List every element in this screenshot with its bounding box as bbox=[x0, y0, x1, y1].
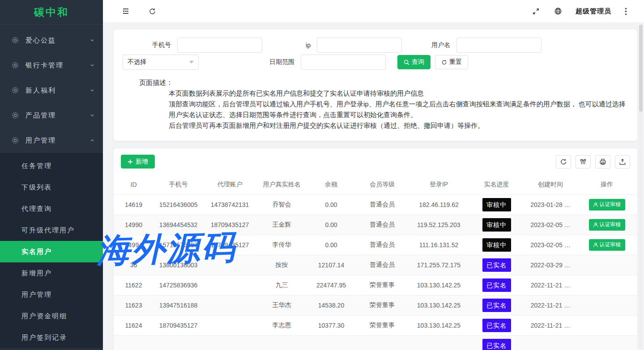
cell-agent bbox=[203, 275, 256, 295]
sidebar-submenu-item-label: 用户资金明细 bbox=[21, 312, 67, 320]
sidebar-submenu-item[interactable]: 任务管理 bbox=[0, 155, 103, 177]
cell-agent: 18709435127 bbox=[203, 235, 256, 255]
sidebar-submenu-item[interactable]: 下级列表 bbox=[0, 177, 103, 198]
topbar: 超级管理员 bbox=[103, 0, 644, 23]
table-row[interactable]: 11624 18709435127 李志恩 10377.30 荣誉董事 103.… bbox=[114, 315, 637, 335]
scrollbar-thumb[interactable] bbox=[639, 25, 643, 112]
print-button[interactable] bbox=[595, 155, 610, 169]
more-menu-button[interactable] bbox=[624, 7, 628, 16]
export-button[interactable] bbox=[615, 155, 630, 169]
date-range-input[interactable] bbox=[301, 55, 386, 70]
sidebar-menu-item[interactable]: 用户管理 bbox=[0, 128, 103, 153]
topbar-left bbox=[121, 6, 157, 16]
status-badge: 审核中 bbox=[482, 238, 511, 252]
username-field-group: 用户名 bbox=[402, 38, 542, 53]
sidebar-menu-item[interactable]: 新人福利 bbox=[0, 78, 103, 103]
cell-realname: 王华杰 bbox=[256, 295, 307, 315]
table-row[interactable]: 14994 15713576887 18709435127 李传华 0.00 普… bbox=[114, 235, 637, 255]
sidebar-submenu-item-active[interactable]: 实名用户 bbox=[0, 241, 103, 262]
sidebar-menu-item[interactable]: 爱心公益 bbox=[0, 28, 103, 53]
table-row[interactable]: 36 13800138003 按按 12107.14 普通会员 171.255.… bbox=[114, 255, 637, 275]
table-row[interactable]: 已实名 bbox=[114, 335, 637, 350]
sidebar-submenu-item[interactable]: 用户资金明细 bbox=[0, 305, 103, 327]
sidebar-submenu-item[interactable]: 用户管理 bbox=[0, 284, 103, 305]
status-badge: 已实名 bbox=[482, 319, 511, 332]
sidebar-menu: 爱心公益 银行卡管理 新人福利 产品管理 用户管理 任务管理下级列表代理查询可升… bbox=[0, 25, 103, 348]
ip-input[interactable] bbox=[317, 38, 402, 53]
cell-realname: 李传华 bbox=[256, 235, 307, 255]
reset-button[interactable]: 重置 bbox=[435, 55, 468, 69]
cell-actions bbox=[576, 255, 637, 275]
language-button[interactable] bbox=[553, 6, 563, 16]
cell-phone bbox=[154, 335, 203, 350]
fullscreen-button[interactable] bbox=[531, 7, 541, 16]
cell-login-ip: 103.130.142.25 bbox=[409, 315, 469, 335]
sidebar-submenu-item-label: 用户签到记录 bbox=[21, 333, 67, 342]
username-input[interactable] bbox=[456, 38, 542, 53]
cell-agent bbox=[203, 295, 256, 315]
sidebar-menu-item[interactable]: 银行卡管理 bbox=[0, 53, 103, 78]
sidebar-submenu-item-label: 代理查询 bbox=[21, 205, 52, 213]
gear-icon bbox=[12, 37, 19, 44]
person-icon bbox=[593, 202, 598, 207]
sidebar-menu-item[interactable]: 产品管理 bbox=[0, 103, 103, 128]
auth-audit-button[interactable]: 认证审核 bbox=[589, 199, 625, 211]
sidebar-collapse-button[interactable] bbox=[121, 6, 131, 16]
cell-id: 11622 bbox=[114, 275, 154, 295]
menu-fold-icon bbox=[122, 7, 130, 15]
cell-realname: 按按 bbox=[256, 255, 307, 275]
cell-id: 14990 bbox=[114, 215, 154, 235]
cell-login-ip: 119.52.125.203 bbox=[409, 215, 469, 235]
refresh-icon bbox=[149, 8, 156, 15]
sidebar-submenu-item-label: 实名用户 bbox=[21, 248, 52, 256]
cell-balance: 0.00 bbox=[307, 235, 355, 255]
table-row[interactable]: 14990 13694454532 18709435127 王金辉 0.00 普… bbox=[114, 215, 637, 235]
cell-level: 普通会员 bbox=[355, 194, 409, 215]
column-header: 操作 bbox=[576, 175, 637, 194]
column-header: 代理账户 bbox=[203, 175, 256, 194]
page-refresh-button[interactable] bbox=[148, 7, 157, 16]
sidebar-submenu-item[interactable]: 代理查询 bbox=[0, 198, 103, 219]
status-select[interactable]: 不选择 bbox=[123, 55, 199, 70]
table-row[interactable]: 11623 13947516188 王华杰 14538.20 荣誉董事 103.… bbox=[114, 295, 637, 315]
search-row-1: 手机号 ip 用户名 bbox=[123, 38, 628, 53]
cell-login-ip: 171.255.72.175 bbox=[409, 255, 469, 275]
table-refresh-button[interactable] bbox=[556, 155, 571, 169]
sidebar-submenu-item-label: 可升级代理用户 bbox=[21, 226, 75, 235]
table-row[interactable]: 11622 14725836936 九三 224747.95 荣誉董事 103.… bbox=[114, 275, 637, 295]
status-badge: 审核中 bbox=[482, 198, 511, 211]
cell-balance: 0.00 bbox=[307, 194, 355, 215]
cell-agent bbox=[203, 335, 256, 350]
column-settings-button[interactable] bbox=[576, 155, 591, 169]
add-user-button[interactable]: 新增 bbox=[121, 155, 155, 169]
sidebar-submenu-item[interactable]: 新增用户 bbox=[0, 262, 103, 284]
cell-level: 荣誉董事 bbox=[355, 275, 409, 295]
sidebar-submenu-item[interactable]: 可升级代理用户 bbox=[0, 219, 103, 241]
sidebar-submenu-item[interactable]: 用户签到记录 bbox=[0, 327, 103, 348]
chevron-down-icon bbox=[90, 88, 95, 93]
sidebar-menu-item-label: 爱心公益 bbox=[26, 36, 90, 45]
column-header: ID bbox=[114, 175, 154, 194]
description-line: 顶部查询功能区，后台管理员可以通过输入用户手机号、用户登录ip、用户名任意一项之… bbox=[169, 99, 628, 120]
cell-actions: 认证审核 bbox=[576, 194, 637, 215]
app-logo: 碳中和 bbox=[0, 0, 103, 25]
scrollbar[interactable] bbox=[639, 25, 643, 348]
table-tools bbox=[556, 155, 630, 169]
sidebar-submenu-item-label: 任务管理 bbox=[21, 162, 52, 170]
refresh-icon bbox=[560, 158, 567, 165]
globe-icon bbox=[554, 7, 562, 15]
cell-phone: 14725836936 bbox=[154, 275, 203, 295]
cell-level: 普通会员 bbox=[355, 255, 409, 275]
auth-audit-button[interactable]: 认证审核 bbox=[589, 239, 625, 251]
cell-balance: 0.00 bbox=[307, 215, 355, 235]
table-row[interactable]: 14619 15216436005 14738742131 乔智会 0.00 普… bbox=[114, 194, 637, 215]
kebab-icon bbox=[625, 8, 627, 15]
current-user[interactable]: 超级管理员 bbox=[576, 7, 611, 16]
phone-label: 手机号 bbox=[123, 41, 177, 49]
phone-input[interactable] bbox=[177, 38, 262, 53]
auth-audit-button[interactable]: 认证审核 bbox=[589, 219, 625, 231]
cell-created: 2022-11-21 … bbox=[525, 315, 576, 335]
query-button[interactable]: 查询 bbox=[397, 55, 431, 69]
column-header: 登录IP bbox=[409, 175, 469, 194]
chevron-up-icon bbox=[90, 138, 95, 143]
